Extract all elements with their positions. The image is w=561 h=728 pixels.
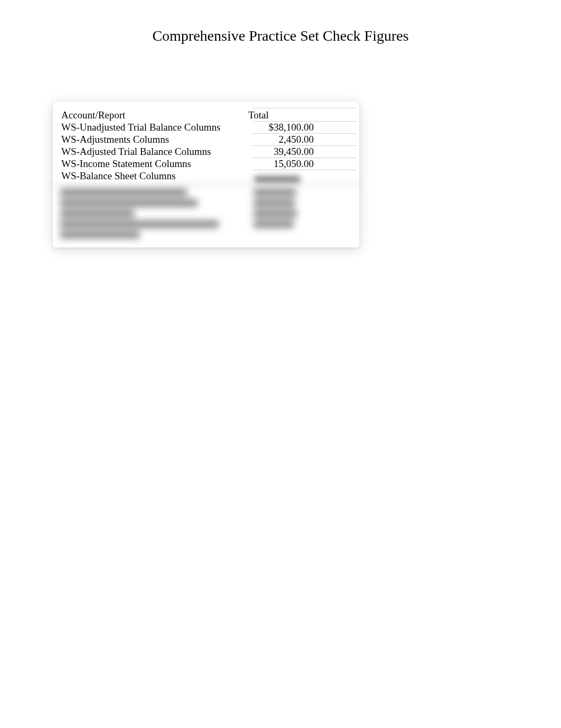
blurred-line	[53, 229, 359, 240]
table-row: WS-Adjustments Columns 2,450.00	[53, 133, 359, 145]
table-header-row: Account/Report Total	[53, 109, 359, 121]
table-row: WS-Balance Sheet Columns	[53, 170, 359, 182]
row-label: WS-Adjustments Columns	[53, 134, 248, 145]
blurred-line	[53, 198, 359, 208]
table-row: WS-Adjusted Trial Balance Columns 39,450…	[53, 145, 359, 158]
table-row: WS-Income Statement Columns 15,050.00	[53, 158, 359, 170]
row-total: $38,100.00	[248, 122, 317, 133]
header-total: Total	[248, 109, 317, 121]
blurred-value	[255, 176, 300, 183]
header-account-report: Account/Report	[53, 109, 248, 121]
row-total: 2,450.00	[248, 134, 317, 145]
table-row: WS-Unadjusted Trial Balance Columns $38,…	[53, 121, 359, 133]
blurred-preview-section	[53, 184, 359, 240]
figures-card: Account/Report Total WS-Unadjusted Trial…	[53, 102, 359, 247]
blurred-line	[53, 208, 359, 219]
row-label: WS-Adjusted Trial Balance Columns	[53, 146, 248, 158]
row-label: WS-Income Statement Columns	[53, 158, 248, 170]
row-label: WS-Balance Sheet Columns	[53, 170, 248, 182]
blurred-line	[53, 187, 359, 198]
page-title: Comprehensive Practice Set Check Figures	[0, 0, 561, 44]
row-label: WS-Unadjusted Trial Balance Columns	[53, 122, 248, 133]
blurred-line	[53, 219, 359, 229]
row-total: 15,050.00	[248, 158, 317, 170]
row-total: 39,450.00	[248, 146, 317, 158]
